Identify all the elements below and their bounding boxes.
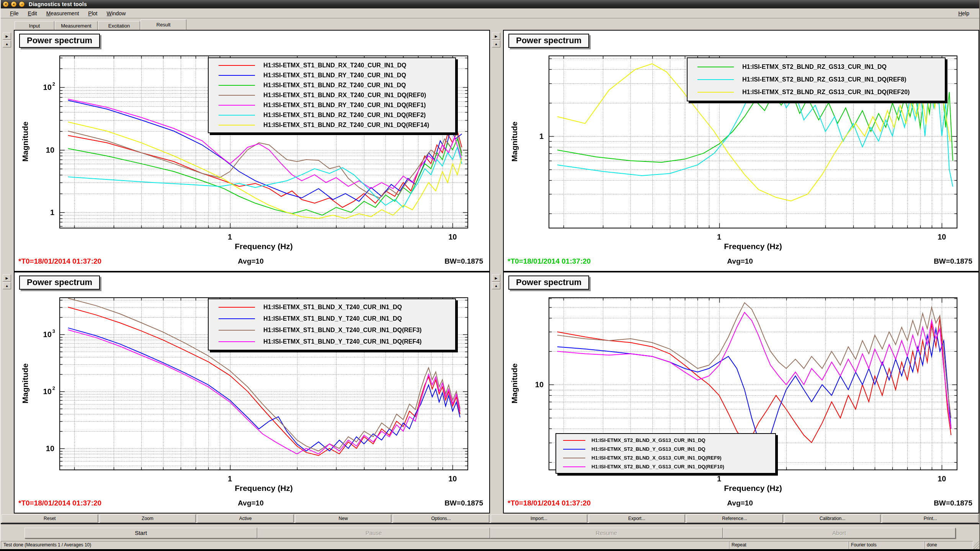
legend-label: H1:ISI-ETMX_ST2_BLND_Y_GS13_CUR_IN1_DQ bbox=[591, 446, 706, 452]
legend-color-swatch bbox=[219, 105, 255, 106]
maximize-icon[interactable]: ▪ bbox=[19, 1, 25, 7]
pane-collapse-button[interactable]: ▲ bbox=[3, 40, 11, 47]
legend-label: H1:ISI-ETMX_ST2_BLND_X_GS13_CUR_IN1_DQ(R… bbox=[591, 455, 722, 461]
legend-label: H1:ISI-ETMX_ST1_BLND_RY_T240_CUR_IN1_DQ(… bbox=[263, 102, 426, 109]
resume-button[interactable]: Resume bbox=[490, 528, 723, 538]
bw-label: BW=0.1875 bbox=[328, 257, 483, 266]
triangle-up-icon: ▲ bbox=[495, 284, 498, 288]
tab-result[interactable]: Result bbox=[140, 19, 186, 30]
power-spectrum-canvas[interactable] bbox=[504, 272, 978, 513]
import-button[interactable]: Import... bbox=[491, 514, 587, 523]
menu-edit[interactable]: Edit bbox=[28, 10, 37, 16]
legend: H1:ISI-ETMX_ST2_BLND_X_GS13_CUR_IN1_DQH1… bbox=[555, 433, 776, 474]
tab-excitation[interactable]: Excitation bbox=[98, 21, 140, 30]
menu-help[interactable]: Help bbox=[958, 10, 969, 16]
y-axis-label: Magnitude bbox=[510, 284, 519, 483]
close-icon[interactable]: ✕ bbox=[3, 1, 9, 7]
pane-expand-button[interactable]: ▶ bbox=[492, 274, 500, 282]
legend: H1:ISI-ETMX_ST1_BLND_X_T240_CUR_IN1_DQH1… bbox=[208, 298, 456, 350]
avg-label: Avg=10 bbox=[663, 257, 818, 266]
options-button[interactable]: Options... bbox=[393, 514, 489, 523]
plot-footer: *T0=18/01/2014 01:37:20 Avg=10 BW=0.1875 bbox=[508, 257, 972, 266]
legend-color-swatch bbox=[697, 79, 734, 80]
x-axis-label: Frequency (Hz) bbox=[60, 484, 468, 493]
legend-color-swatch bbox=[563, 449, 585, 450]
resize-grip[interactable] bbox=[973, 541, 979, 549]
pane-strip: ▶ ▲ bbox=[1, 272, 14, 514]
triangle-up-icon: ▲ bbox=[5, 42, 9, 46]
shade-icon[interactable]: ● bbox=[11, 1, 17, 7]
legend-color-swatch bbox=[563, 440, 585, 441]
legend-label: H1:ISI-ETMX_ST2_BLND_RZ_GS13_CUR_IN1_DQ bbox=[742, 64, 887, 70]
pane-strip: ▶ ▲ bbox=[490, 272, 503, 514]
tab-measurement[interactable]: Measurement bbox=[55, 21, 98, 30]
x-axis-label: Frequency (Hz) bbox=[549, 484, 957, 493]
tab-input[interactable]: Input bbox=[15, 21, 54, 30]
plot-panel: Power spectrum Magnitude Frequency (Hz) … bbox=[14, 272, 490, 514]
legend-label: H1:ISI-ETMX_ST2_BLND_X_GS13_CUR_IN1_DQ bbox=[591, 437, 706, 443]
print-button[interactable]: Print... bbox=[882, 514, 978, 523]
calibration-button[interactable]: Calibration... bbox=[784, 514, 881, 523]
legend-color-swatch bbox=[563, 458, 585, 458]
legend-label: H1:ISI-ETMX_ST1_BLND_Y_T240_CUR_IN1_DQ(R… bbox=[263, 338, 421, 345]
menu-window[interactable]: Window bbox=[106, 10, 126, 16]
legend-color-swatch bbox=[219, 318, 255, 319]
pane-collapse-button[interactable]: ▲ bbox=[492, 282, 500, 289]
legend-item: H1:ISI-ETMX_ST2_BLND_RZ_GS13_CUR_IN1_DQ(… bbox=[691, 73, 941, 86]
menu-file[interactable]: File bbox=[10, 10, 19, 16]
tab-bar: Input Measurement Excitation Result bbox=[1, 18, 979, 30]
status-state: done bbox=[924, 541, 973, 549]
window-bottom-edge bbox=[0, 549, 980, 551]
plot-title: Power spectrum bbox=[508, 34, 589, 48]
legend-item: H1:ISI-ETMX_ST2_BLND_X_GS13_CUR_IN1_DQ bbox=[559, 436, 772, 445]
legend-item: H1:ISI-ETMX_ST1_BLND_RX_T240_CUR_IN1_DQ(… bbox=[212, 90, 451, 100]
legend-label: H1:ISI-ETMX_ST1_BLND_Y_T240_CUR_IN1_DQ bbox=[263, 315, 402, 322]
y-axis-label: Magnitude bbox=[510, 42, 519, 241]
reference-button[interactable]: Reference... bbox=[686, 514, 783, 523]
new-button[interactable]: New bbox=[295, 514, 392, 523]
app-window: ✕ ● ▪ Diagnostics test tools File Edit M… bbox=[0, 0, 980, 551]
plot-title: Power spectrum bbox=[19, 34, 100, 48]
legend-label: H1:ISI-ETMX_ST2_BLND_Y_GS13_CUR_IN1_DQ(R… bbox=[591, 464, 724, 469]
pane-collapse-button[interactable]: ▲ bbox=[492, 40, 500, 47]
pane-expand-button[interactable]: ▶ bbox=[3, 33, 11, 40]
pause-button[interactable]: Pause bbox=[257, 528, 490, 538]
plot-footer: *T0=18/01/2014 01:37:20 Avg=10 BW=0.1875 bbox=[18, 257, 483, 266]
legend-item: H1:ISI-ETMX_ST1_BLND_X_T240_CUR_IN1_DQ bbox=[212, 302, 451, 313]
export-button[interactable]: Export... bbox=[589, 514, 685, 523]
status-bar: Test done (Measurements 1 / Averages 10)… bbox=[1, 541, 979, 549]
zoom-button[interactable]: Zoom bbox=[100, 514, 196, 523]
legend-color-swatch bbox=[219, 75, 255, 76]
pane-collapse-button[interactable]: ▲ bbox=[3, 282, 11, 289]
start-button[interactable]: Start bbox=[24, 528, 257, 538]
legend-label: H1:ISI-ETMX_ST2_BLND_RZ_GS13_CUR_IN1_DQ(… bbox=[742, 89, 910, 96]
plot-title: Power spectrum bbox=[508, 276, 589, 290]
legend-color-swatch bbox=[697, 92, 734, 93]
active-button[interactable]: Active bbox=[197, 514, 294, 523]
pane-expand-button[interactable]: ▶ bbox=[492, 33, 500, 40]
t0-timestamp: *T0=18/01/2014 01:37:20 bbox=[508, 499, 663, 507]
plot-footer: *T0=18/01/2014 01:37:20 Avg=10 BW=0.1875 bbox=[508, 499, 972, 507]
pane-expand-button[interactable]: ▶ bbox=[3, 274, 11, 282]
legend: H1:ISI-ETMX_ST1_BLND_RX_T240_CUR_IN1_DQH… bbox=[208, 57, 456, 133]
legend-color-swatch bbox=[219, 65, 255, 66]
title-bar[interactable]: ✕ ● ▪ Diagnostics test tools bbox=[1, 0, 979, 8]
legend-item: H1:ISI-ETMX_ST2_BLND_X_GS13_CUR_IN1_DQ(R… bbox=[559, 453, 772, 462]
x-axis-label: Frequency (Hz) bbox=[549, 242, 957, 251]
legend-color-swatch bbox=[219, 330, 255, 331]
avg-label: Avg=10 bbox=[173, 257, 328, 266]
t0-timestamp: *T0=18/01/2014 01:37:20 bbox=[18, 499, 173, 507]
plot-title: Power spectrum bbox=[19, 276, 100, 290]
bw-label: BW=0.1875 bbox=[817, 257, 972, 266]
legend-item: H1:ISI-ETMX_ST1_BLND_X_T240_CUR_IN1_DQ(R… bbox=[212, 324, 451, 336]
status-message: Test done (Measurements 1 / Averages 10) bbox=[1, 541, 729, 549]
legend-item: H1:ISI-ETMX_ST1_BLND_RX_T240_CUR_IN1_DQ bbox=[212, 60, 451, 70]
legend-item: H1:ISI-ETMX_ST2_BLND_RZ_GS13_CUR_IN1_DQ(… bbox=[691, 86, 941, 98]
legend-item: H1:ISI-ETMX_ST2_BLND_RZ_GS13_CUR_IN1_DQ bbox=[691, 60, 941, 73]
legend-label: H1:ISI-ETMX_ST1_BLND_X_T240_CUR_IN1_DQ(R… bbox=[263, 327, 421, 334]
reset-button[interactable]: Reset bbox=[2, 514, 98, 523]
menu-plot[interactable]: Plot bbox=[88, 10, 97, 16]
abort-button[interactable]: Abort bbox=[723, 528, 956, 538]
menu-measurement[interactable]: Measurement bbox=[46, 10, 79, 16]
legend-item: H1:ISI-ETMX_ST2_BLND_Y_GS13_CUR_IN1_DQ bbox=[559, 445, 772, 453]
